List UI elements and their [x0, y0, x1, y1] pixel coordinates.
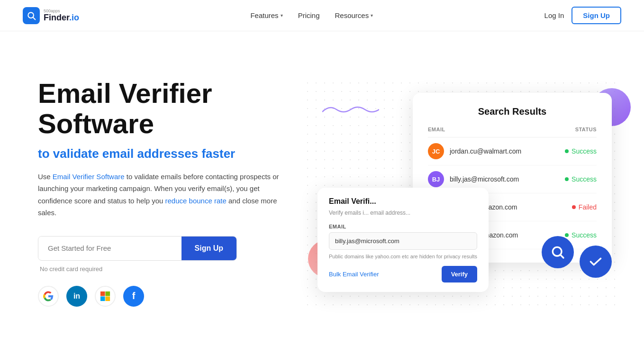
linkedin-icon[interactable]: in [66, 286, 87, 307]
svg-rect-2 [100, 291, 105, 296]
search-results-title: Search Results [428, 106, 597, 117]
verifier-card-title: Email Verifi... [329, 197, 477, 206]
hero-description: Use Email Verifier Software to validate … [38, 171, 284, 219]
verifier-privacy-note: Public domains like yahoo.com etc are hi… [329, 254, 477, 259]
status-text: Success [571, 231, 597, 239]
hero-left: Email Verifier Software to validate emai… [38, 78, 284, 307]
reduce-bounce-link[interactable]: reduce bounce rate [165, 197, 227, 205]
no-credit-card-text: No credit card required [40, 265, 284, 273]
status-dot [565, 177, 569, 181]
hero-input-row: Sign Up [38, 236, 237, 261]
verifier-email-input[interactable] [329, 232, 477, 250]
status-text: Success [571, 147, 597, 155]
email-verifier-link[interactable]: Email Verifier Software [53, 173, 125, 181]
email-verifier-card: Email Verifi... Verify emails i... email… [317, 188, 489, 292]
signup-nav-button[interactable]: Sign Up [571, 7, 621, 24]
bulk-email-verifier-link[interactable]: Bulk Email Verifier [329, 271, 379, 278]
verifier-footer: Bulk Email Verifier Verify [329, 266, 477, 282]
status-badge: Success [565, 147, 597, 155]
svg-rect-5 [105, 296, 110, 301]
logo-text: 500apps Finder.io [44, 9, 79, 22]
search-circle-icon [542, 236, 574, 268]
email-cell: billy.jas@microsoft.com [450, 175, 519, 183]
verify-button[interactable]: Verify [442, 266, 477, 282]
email-column-header: EMAIL [428, 127, 445, 132]
status-text: Failed [579, 203, 597, 211]
social-icons-row: in f [38, 286, 284, 307]
check-circle-icon [580, 246, 612, 278]
status-badge: Failed [572, 203, 597, 211]
svg-line-1 [33, 17, 36, 19]
avatar: JC [428, 143, 444, 159]
microsoft-icon[interactable] [95, 286, 116, 307]
chevron-down-icon: ▾ [281, 13, 283, 18]
facebook-icon[interactable]: f [123, 286, 144, 307]
status-text: Success [571, 175, 597, 183]
avatar: BJ [428, 171, 444, 187]
verifier-card-desc: Verify emails i... email address... [329, 209, 477, 217]
google-icon[interactable] [38, 286, 59, 307]
chevron-down-icon-resources: ▾ [371, 13, 373, 18]
search-results-header: EMAIL STATUS [428, 127, 597, 137]
logo-icon [23, 7, 40, 24]
nav-links: Features ▾ Pricing Resources ▾ [250, 11, 373, 19]
search-logo-icon [27, 11, 36, 20]
email-signup-input[interactable] [38, 237, 181, 260]
nav-pricing[interactable]: Pricing [298, 11, 320, 19]
nav-resources[interactable]: Resources ▾ [335, 11, 373, 19]
table-row: JC jordan.cu@walmart.com Success [428, 137, 597, 165]
hero-title: Email Verifier Software [38, 78, 284, 139]
svg-rect-3 [105, 291, 110, 296]
email-cell: jordan.cu@walmart.com [450, 147, 521, 155]
wave-decoration [322, 102, 379, 117]
logo-name: Finder.io [44, 13, 79, 22]
status-column-header: STATUS [575, 127, 597, 132]
svg-rect-4 [100, 296, 105, 301]
status-badge: Success [565, 175, 597, 183]
hero-subtitle: to validate email addresses faster [38, 146, 284, 161]
logo[interactable]: 500apps Finder.io [23, 7, 79, 24]
nav-actions: Log In Sign Up [544, 7, 621, 24]
hero-section: Email Verifier Software to validate emai… [0, 31, 644, 337]
navbar: 500apps Finder.io Features ▾ Pricing Res… [0, 0, 644, 31]
hero-signup-button[interactable]: Sign Up [181, 237, 236, 260]
status-dot [565, 149, 569, 153]
verifier-email-label: EMAIL [329, 224, 477, 229]
status-badge: Success [565, 231, 597, 239]
hero-right: Search Results EMAIL STATUS JC jordan.cu… [303, 79, 621, 306]
login-button[interactable]: Log In [544, 11, 564, 19]
status-dot [572, 205, 576, 209]
svg-line-7 [560, 255, 563, 258]
nav-features[interactable]: Features ▾ [250, 11, 282, 19]
status-dot [565, 233, 569, 237]
